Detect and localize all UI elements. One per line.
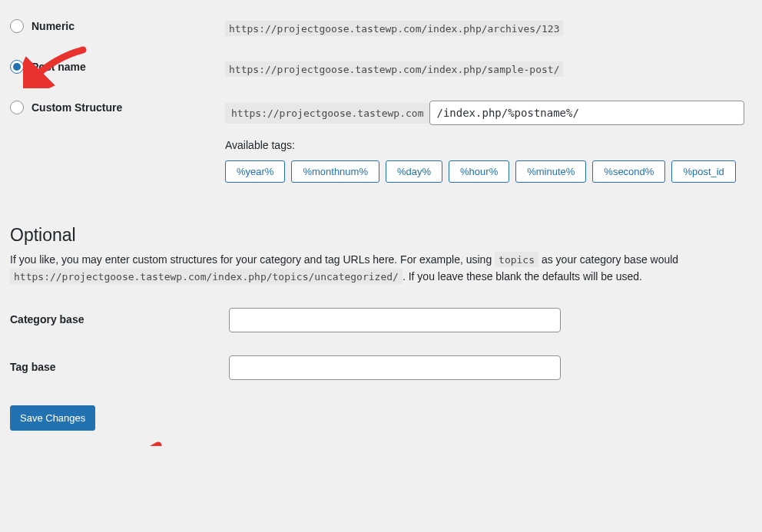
postname-option[interactable]: Post name	[10, 60, 210, 74]
tag-button[interactable]: %monthnum%	[291, 160, 379, 183]
custom-structure-input[interactable]	[429, 101, 744, 125]
custom-structure-prefix: https://projectgoose.tastewp.com	[225, 103, 429, 124]
available-tags-row: %year%%monthnum%%day%%hour%%minute%%seco…	[225, 160, 754, 183]
tag-button[interactable]: %hour%	[449, 160, 509, 183]
available-tags-label: Available tags:	[225, 139, 754, 151]
postname-example: https://projectgoose.tastewp.com/index.p…	[225, 61, 563, 77]
optional-heading: Optional	[10, 225, 762, 246]
optional-description: If you like, you may enter custom struct…	[10, 252, 762, 285]
numeric-example: https://projectgoose.tastewp.com/index.p…	[225, 21, 563, 36]
tag-base-label: Tag base	[10, 344, 221, 392]
tag-base-input[interactable]	[229, 355, 561, 380]
tag-button[interactable]: %post_id	[671, 160, 735, 183]
save-changes-button[interactable]: Save Changes	[10, 405, 95, 431]
numeric-radio[interactable]	[10, 19, 24, 33]
postname-radio[interactable]	[10, 60, 24, 74]
numeric-option[interactable]: Numeric	[10, 19, 210, 33]
arrow-annotation-icon	[98, 438, 167, 446]
custom-structure-option[interactable]: Custom Structure	[10, 101, 210, 114]
custom-structure-radio[interactable]	[10, 101, 24, 114]
tag-button[interactable]: %minute%	[515, 160, 586, 183]
numeric-label: Numeric	[31, 20, 75, 32]
category-base-label: Category base	[10, 296, 221, 344]
postname-label: Post name	[31, 61, 86, 73]
tag-button[interactable]: %second%	[592, 160, 665, 183]
custom-structure-label: Custom Structure	[31, 101, 122, 114]
tag-button[interactable]: %year%	[225, 160, 285, 183]
tag-button[interactable]: %day%	[386, 160, 442, 183]
category-base-input[interactable]	[229, 308, 561, 332]
